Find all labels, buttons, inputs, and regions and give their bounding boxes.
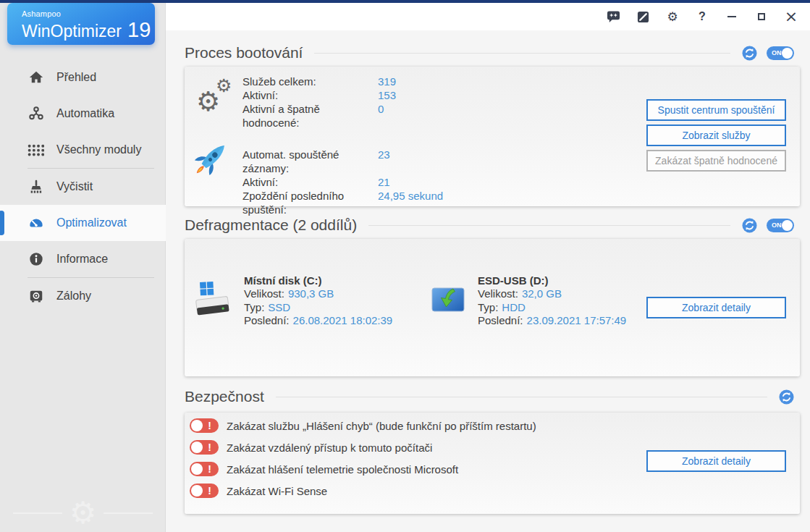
sidebar-item-informace[interactable]: Informace: [0, 241, 166, 277]
warning-mark: !: [208, 485, 211, 497]
stat-label: Velikost:: [244, 287, 284, 300]
toggle-knob: [782, 220, 793, 231]
drive-c-info: Místní disk (C:) Velikost:930,3 GB Typ:S…: [244, 274, 392, 328]
close-button[interactable]: ×: [784, 9, 798, 24]
stat-row: Aktivní: 21: [242, 175, 443, 189]
app-logo: Ashampoo WinOptimizer 19: [7, 3, 155, 45]
boot-section-header: Proces bootování ON: [185, 42, 800, 64]
safe-icon: [28, 288, 44, 305]
security-toggle-remote-access[interactable]: !: [190, 440, 219, 455]
drive-name: ESD-USB (D:): [478, 274, 626, 287]
stat-row: Služeb celkem: 319: [242, 75, 396, 88]
info-icon: [28, 251, 44, 268]
section-title-defrag: Defragmentace (2 oddílů): [185, 216, 357, 234]
sidebar-item-label: Zálohy: [56, 290, 91, 303]
stat-value: 23: [378, 148, 390, 175]
refresh-defrag-button[interactable]: [742, 218, 757, 233]
drive-d-icon: [431, 284, 465, 318]
boot-on-toggle[interactable]: ON: [767, 46, 794, 60]
security-card: ! Zakázat službu „Hlášení chyb“ (bude fu…: [185, 413, 800, 514]
defrag-section-header: Defragmentace (2 oddílů) ON: [185, 214, 800, 236]
sidebar-item-optimalizovat[interactable]: Optimalizovat: [0, 205, 166, 241]
show-services-button[interactable]: Zobrazit služby: [646, 124, 786, 146]
security-row: ! Zakázat hlášení telemetrie společnosti…: [190, 462, 458, 476]
refresh-boot-button[interactable]: [742, 46, 757, 61]
stat-label: Typ:: [478, 301, 498, 313]
disable-bad-rated-button[interactable]: Zakázat špatně hodnocené: [646, 150, 786, 172]
sidebar-item-label: Informace: [56, 253, 108, 266]
stat-row: Aktivní: 153: [242, 88, 396, 102]
stat-value: 930,3 GB: [288, 287, 334, 300]
security-toggle-wifi-sense[interactable]: !: [190, 484, 219, 498]
toggle-on-label: ON: [772, 49, 782, 56]
stat-value: 319: [378, 75, 396, 88]
drive-row: Poslední:23.09.2021 17:57:49: [478, 314, 626, 328]
gear-small-icon: ⚙: [216, 77, 232, 95]
feedback-icon[interactable]: [606, 9, 620, 24]
sidebar-item-label: Všechny moduly: [56, 143, 141, 156]
drive-d-info: ESD-USB (D:) Velikost:32,0 GB Typ:HDD Po…: [478, 274, 626, 328]
speedometer-icon: [28, 215, 44, 232]
header-divider: [276, 397, 767, 397]
stat-value: 23.09.2021 17:57:49: [527, 314, 627, 326]
refresh-security-button[interactable]: [779, 389, 794, 405]
settings-gear-icon[interactable]: ⚙: [665, 9, 680, 24]
drive-name: Místní disk (C:): [244, 274, 392, 287]
sidebar: Ashampoo WinOptimizer 19 Přehled Automat…: [0, 0, 166, 532]
watermark-line: [13, 512, 62, 514]
sidebar-item-label: Optimalizovat: [56, 216, 127, 229]
logo-brand: Ashampoo: [22, 9, 155, 18]
security-item-label: Zakázat vzdálený přístup k tomuto počíta…: [227, 442, 432, 454]
security-toggle-telemetry[interactable]: !: [190, 462, 219, 476]
header-divider: [368, 225, 730, 226]
sidebar-nav: Přehled Automatika Všechny moduly: [0, 59, 166, 314]
services-stats: Služeb celkem: 319 Aktivní: 153 Aktivní …: [242, 75, 396, 130]
stat-row: Automat. spouštěné záznamy: 23: [242, 148, 443, 175]
security-row: ! Zakázat Wi-Fi Sense: [190, 484, 327, 498]
stat-value: HDD: [502, 301, 526, 313]
warning-mark: !: [208, 420, 211, 431]
broom-icon: [28, 179, 44, 195]
stat-value: SSD: [268, 301, 290, 313]
sidebar-item-label: Automatika: [56, 107, 114, 120]
sidebar-item-zalohy[interactable]: Zálohy: [0, 278, 166, 314]
window-top-accent: [0, 0, 810, 3]
open-boot-center-button[interactable]: Spustit centrum spouštění: [646, 99, 786, 121]
stat-label: Poslední:: [244, 314, 290, 326]
security-item-label: Zakázat Wi-Fi Sense: [227, 485, 327, 497]
logo-product: WinOptimizer: [22, 22, 122, 41]
sidebar-item-automatika[interactable]: Automatika: [0, 96, 166, 132]
watermark-line: [104, 512, 153, 514]
drive-row: Velikost:930,3 GB: [244, 287, 392, 301]
security-toggle-error-reporting[interactable]: !: [190, 418, 219, 433]
security-section-header: Bezpečnost: [185, 386, 800, 408]
stat-label: Aktivní:: [242, 175, 378, 189]
stat-label: Poslední:: [478, 314, 523, 326]
help-icon[interactable]: ?: [695, 9, 709, 24]
drive-row: Typ:SSD: [244, 301, 392, 315]
defrag-on-toggle[interactable]: ON: [767, 219, 794, 232]
stat-row: Aktivní a špatně hodnocené: 0: [242, 102, 396, 130]
drive-c-icon: [190, 278, 234, 326]
stat-value: 26.08.2021 18:02:39: [293, 314, 393, 326]
minimize-button[interactable]: [725, 9, 739, 24]
security-row: ! Zakázat vzdálený přístup k tomuto počí…: [190, 440, 432, 455]
titlebar: ⚙ ? ×: [166, 3, 810, 30]
maximize-button[interactable]: [754, 9, 769, 24]
sidebar-item-prehled[interactable]: Přehled: [0, 59, 166, 96]
sidebar-item-vsechny-moduly[interactable]: Všechny moduly: [0, 132, 166, 168]
stat-value: 0: [378, 102, 384, 130]
notes-icon[interactable]: [636, 9, 650, 24]
security-details-button[interactable]: Zobrazit detaily: [646, 450, 786, 472]
stat-label: Velikost:: [478, 287, 518, 300]
stat-value: 153: [378, 88, 396, 102]
drive-row: Velikost:32,0 GB: [478, 287, 626, 301]
sidebar-item-vycistit[interactable]: Vyčistit: [0, 169, 166, 205]
drive-row: Typ:HDD: [478, 301, 626, 315]
defrag-card: Místní disk (C:) Velikost:930,3 GB Typ:S…: [185, 239, 800, 376]
home-icon: [28, 69, 44, 86]
security-row: ! Zakázat službu „Hlášení chyb“ (bude fu…: [190, 418, 536, 433]
automation-icon: [28, 106, 44, 122]
defrag-details-button[interactable]: Zobrazit detaily: [646, 297, 786, 318]
toggle-knob: [191, 463, 203, 475]
